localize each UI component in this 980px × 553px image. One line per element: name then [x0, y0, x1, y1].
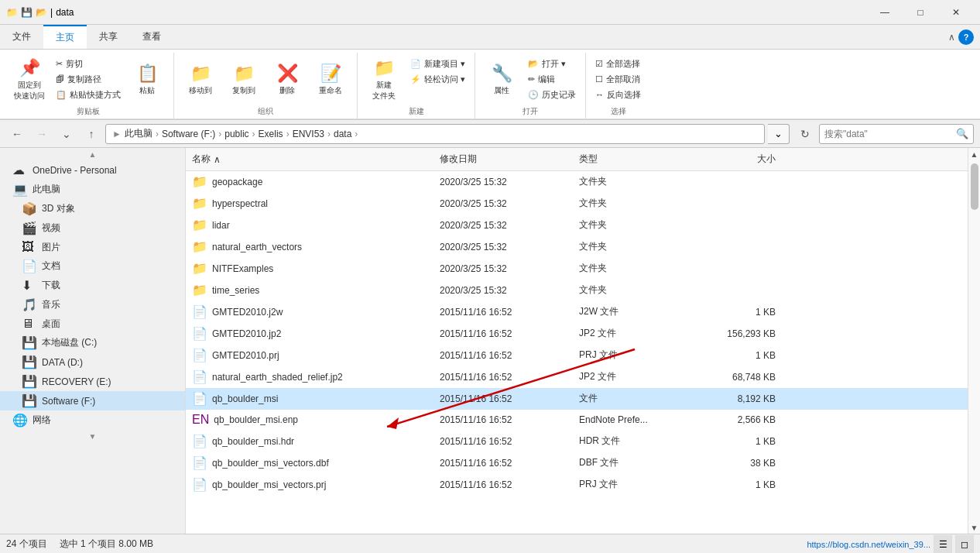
- sidebar-pc-label: 此电脑: [33, 183, 60, 196]
- table-row[interactable]: 📁hyperspectral 2020/3/25 15:32 文件夹: [186, 193, 968, 215]
- new-item-icon: 📄: [410, 59, 421, 69]
- table-row[interactable]: 📁lidar 2020/3/25 15:32 文件夹: [186, 215, 968, 236]
- large-icon-view-button[interactable]: ◻: [955, 535, 974, 554]
- col-header-size[interactable]: 大小: [689, 151, 782, 167]
- sidebar-item-network[interactable]: 🌐 网络: [0, 410, 185, 430]
- search-icon: 🔍: [956, 128, 968, 139]
- breadcrumb-arrow: ►: [112, 129, 122, 139]
- table-row[interactable]: 📄qb_boulder_msi_vectors.dbf 2015/11/16 1…: [186, 452, 968, 474]
- sidebar-downloads-label: 下载: [42, 279, 60, 292]
- sidebar-item-d[interactable]: 💾 DATA (D:): [0, 352, 185, 372]
- table-row[interactable]: 📁geopackage 2020/3/25 15:32 文件夹: [186, 171, 968, 193]
- open-button[interactable]: 📂 打开 ▾: [525, 56, 579, 71]
- properties-button[interactable]: 🔧 属性: [481, 56, 522, 104]
- table-row[interactable]: 📄qb_boulder_msi 2015/11/16 16:52 文件 8,19…: [186, 388, 968, 410]
- delete-button[interactable]: ❌ 删除: [267, 56, 307, 104]
- sidebar-item-downloads[interactable]: ⬇ 下载: [0, 276, 185, 295]
- ribbon-group-new: 📁 新建文件夹 📄 新建项目 ▾ ⚡ 轻松访问 ▾ 新建: [358, 53, 475, 118]
- deselect-all-button[interactable]: ☐ 全部取消: [592, 71, 644, 87]
- edit-button[interactable]: ✏ 编辑: [525, 71, 579, 87]
- scroll-down-arrow[interactable]: ▼: [968, 521, 981, 534]
- sidebar-scroll-down[interactable]: ▼: [0, 430, 185, 442]
- breadcrumb-envi53[interactable]: ENVI53: [293, 129, 324, 139]
- up-button[interactable]: ↑: [81, 123, 102, 145]
- breadcrumb-exelis[interactable]: Exelis: [259, 129, 283, 139]
- sidebar-item-pc[interactable]: 💻 此电脑: [0, 180, 185, 199]
- sidebar-scroll-up[interactable]: ▲: [0, 148, 185, 160]
- breadcrumb-public[interactable]: public: [224, 129, 248, 139]
- table-row[interactable]: 📁natural_earth_vectors 2020/3/25 15:32 文…: [186, 236, 968, 258]
- copy-icon: ✂: [56, 59, 63, 69]
- table-row[interactable]: 📄qb_boulder_msi_vectors.prj 2015/11/16 1…: [186, 474, 968, 496]
- file-icon: 📄: [192, 304, 207, 319]
- paste-button[interactable]: 📋 粘贴: [127, 56, 167, 104]
- sidebar-item-desktop[interactable]: 🖥 桌面: [0, 314, 185, 333]
- col-header-name[interactable]: 名称 ∧: [186, 151, 433, 167]
- breadcrumb-software[interactable]: Software (F:): [162, 129, 215, 139]
- new-label: 新建: [364, 105, 468, 118]
- easy-access-button[interactable]: ⚡ 轻松访问 ▾: [407, 71, 468, 87]
- breadcrumb-pc[interactable]: 此电脑: [125, 127, 152, 140]
- table-row[interactable]: ENqb_boulder_msi.enp 2015/11/16 16:52 En…: [186, 410, 968, 431]
- sidebar-music-label: 音乐: [42, 298, 60, 311]
- col-header-type[interactable]: 类型: [573, 151, 689, 167]
- sidebar-onedrive-label: OneDrive - Personal: [33, 165, 117, 176]
- table-row[interactable]: 📄GMTED2010.j2w 2015/11/16 16:52 J2W 文件 1…: [186, 301, 968, 323]
- table-row[interactable]: 📁NITFExamples 2020/3/25 15:32 文件夹: [186, 258, 968, 280]
- copy-button[interactable]: ✂ 剪切: [53, 56, 124, 71]
- sidebar-3d-label: 3D 对象: [42, 202, 75, 215]
- sidebar-item-video[interactable]: 🎬 视频: [0, 218, 185, 238]
- scroll-up-arrow[interactable]: ▲: [968, 148, 981, 160]
- tab-share[interactable]: 共享: [87, 25, 130, 49]
- sidebar-item-music[interactable]: 🎵 音乐: [0, 295, 185, 314]
- ribbon: 文件 主页 共享 查看 ∧ ? 📌 固定到快速访问 ✂ 剪切 🗐: [0, 25, 980, 120]
- pictures-icon: 🖼: [22, 240, 37, 254]
- table-row[interactable]: 📄GMTED2010.jp2 2015/11/16 16:52 JP2 文件 1…: [186, 323, 968, 345]
- new-folder-button[interactable]: 📁 新建文件夹: [364, 56, 404, 104]
- history-button[interactable]: 🕒 历史记录: [525, 87, 579, 102]
- back-button[interactable]: ←: [6, 123, 28, 145]
- recent-button[interactable]: ⌄: [56, 123, 77, 145]
- sidebar-item-f[interactable]: 💾 Software (F:): [0, 391, 185, 410]
- table-row[interactable]: 📄qb_boulder_msi.hdr 2015/11/16 16:52 HDR…: [186, 431, 968, 452]
- table-row[interactable]: 📁time_series 2020/3/25 15:32 文件夹: [186, 280, 968, 301]
- tab-view[interactable]: 查看: [130, 25, 173, 49]
- breadcrumb-data[interactable]: data: [334, 129, 351, 139]
- search-input[interactable]: [824, 129, 956, 139]
- copy-path-button[interactable]: 🗐 复制路径: [53, 71, 124, 87]
- paste-shortcut-button[interactable]: 📋 粘贴快捷方式: [53, 87, 124, 102]
- sidebar-item-documents[interactable]: 📄 文档: [0, 256, 185, 276]
- sidebar-item-e[interactable]: 💾 RECOVERY (E:): [0, 372, 185, 391]
- col-header-date[interactable]: 修改日期: [433, 151, 573, 167]
- sidebar-item-c[interactable]: 💾 本地磁盘 (C:): [0, 333, 185, 352]
- forward-button[interactable]: →: [31, 123, 53, 145]
- status-item-count: 24 个项目: [6, 538, 47, 551]
- pin-quick-access-button[interactable]: 📌 固定到快速访问: [9, 56, 50, 104]
- close-button[interactable]: ✕: [938, 0, 974, 25]
- scroll-thumb[interactable]: [971, 163, 978, 210]
- invert-selection-button[interactable]: ↔ 反向选择: [592, 87, 644, 102]
- move-to-button[interactable]: 📁 移动到: [180, 56, 221, 104]
- refresh-button[interactable]: ↻: [794, 123, 816, 145]
- copy-to-button[interactable]: 📁 复制到: [224, 56, 264, 104]
- maximize-button[interactable]: □: [903, 0, 938, 25]
- ribbon-content: 📌 固定到快速访问 ✂ 剪切 🗐 复制路径 📋 粘贴快捷方式 📋: [0, 50, 980, 119]
- sidebar-item-3d[interactable]: 📦 3D 对象: [0, 199, 185, 218]
- new-item-button[interactable]: 📄 新建项目 ▾: [407, 56, 468, 71]
- sidebar-item-pictures[interactable]: 🖼 图片: [0, 238, 185, 256]
- minimize-button[interactable]: —: [867, 0, 903, 25]
- select-all-button[interactable]: ☑ 全部选择: [592, 56, 644, 71]
- sidebar-item-onedrive[interactable]: ☁ OneDrive - Personal: [0, 160, 185, 180]
- sidebar-network-label: 网络: [33, 414, 51, 427]
- details-view-button[interactable]: ☰: [934, 535, 952, 554]
- tab-home[interactable]: 主页: [43, 25, 87, 49]
- address-path[interactable]: ► 此电脑 › Software (F:) › public › Exelis …: [105, 124, 765, 144]
- rename-button[interactable]: 📝 重命名: [310, 56, 351, 104]
- onedrive-icon: ☁: [12, 163, 28, 177]
- table-row[interactable]: 📄GMTED2010.prj 2015/11/16 16:52 PRJ 文件 1…: [186, 345, 968, 366]
- status-link[interactable]: https://blog.csdn.net/weixin_39...: [807, 540, 930, 549]
- dropdown-button[interactable]: ⌄: [768, 124, 790, 144]
- tab-file[interactable]: 文件: [0, 25, 43, 49]
- table-row[interactable]: 📄natural_earth_shaded_relief.jp2 2015/11…: [186, 366, 968, 388]
- move-icon: 📁: [190, 64, 211, 84]
